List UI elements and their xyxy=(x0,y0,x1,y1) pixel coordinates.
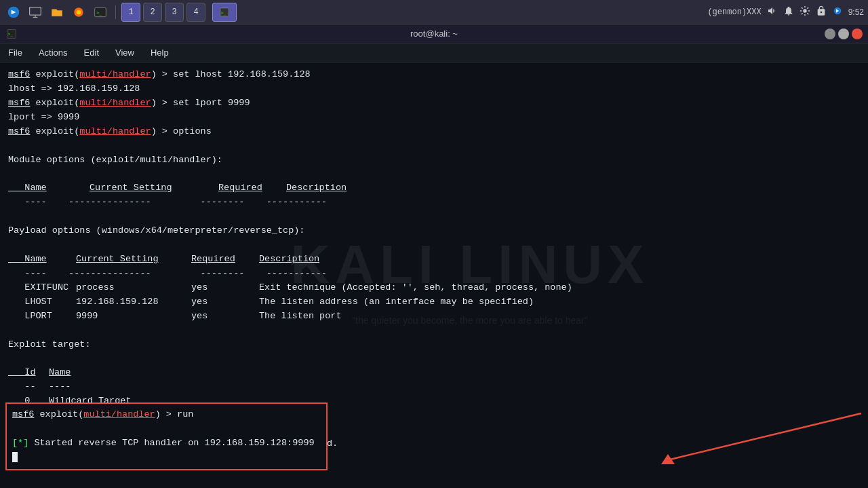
terminal-blank-hb xyxy=(12,422,321,436)
highlighted-terminal-box: msf6 exploit(multi/handler) > run [*] St… xyxy=(5,402,328,470)
filemanager-icon[interactable] xyxy=(47,3,66,22)
workspace-2-btn[interactable]: 2 xyxy=(143,3,162,22)
terminal-blank-2 xyxy=(8,167,860,181)
kali-app-icon[interactable] xyxy=(4,3,23,22)
terminal-table1-header: NameCurrent SettingRequiredDescription xyxy=(8,181,860,195)
terminal-table2-row3: LPORT9999yesThe listen port xyxy=(8,309,860,324)
terminal-line-2: lhost => 192.168.159.128 xyxy=(8,82,860,96)
terminal-payload-options: Payload options (windows/x64/meterpreter… xyxy=(8,224,860,238)
terminal-exploit-target: Exploit target: xyxy=(8,338,860,352)
window-icon: >_ xyxy=(5,28,18,40)
clock: 9:52 xyxy=(848,7,864,17)
window-controls xyxy=(825,29,863,39)
terminal-content[interactable]: KALI LINUX "the quieter you become, the … xyxy=(0,62,868,488)
terminal-blank-4 xyxy=(8,238,860,252)
brightness-icon[interactable] xyxy=(800,5,810,19)
workspace-3-btn[interactable]: 3 xyxy=(165,3,184,22)
title-bar: >_ root@kali: ~ xyxy=(0,24,868,43)
menu-file[interactable]: File xyxy=(5,46,25,59)
svg-rect-1 xyxy=(30,7,41,15)
handler-started-line: [*] Started reverse TCP handler on 192.1… xyxy=(12,436,321,451)
cursor-line xyxy=(12,451,321,465)
svg-text:>_: >_ xyxy=(221,10,226,15)
svg-text:>_: >_ xyxy=(8,32,14,37)
terminal-window: >_ root@kali: ~ File Actions Edit View H… xyxy=(0,24,868,488)
lock-icon[interactable] xyxy=(816,5,827,19)
terminal-table2-row1: EXITFUNCprocessyesExit technique (Accept… xyxy=(8,281,860,295)
bell-icon[interactable] xyxy=(783,5,794,19)
volume-icon[interactable] xyxy=(767,5,778,19)
terminal-blank-3 xyxy=(8,210,860,224)
terminal-line-1: msf6 exploit(multi/handler) > set lhost … xyxy=(8,68,860,82)
maximize-btn[interactable] xyxy=(838,29,849,39)
desktop-icon[interactable] xyxy=(26,3,45,22)
workspace-1-btn[interactable]: 1 xyxy=(121,3,140,22)
terminal-table3-header: IdName xyxy=(8,366,860,380)
taskbar-sep-1 xyxy=(115,5,116,19)
taskbar: >_ 1 2 3 4 >_ (genmon)XXX xyxy=(0,0,868,24)
terminal-table1-sep: ---- --------------- -------- ----------… xyxy=(8,195,860,210)
active-terminal-btn[interactable]: >_ xyxy=(212,3,237,22)
terminal-table2-sep: ---- --------------- -------- ----------… xyxy=(8,267,860,281)
kali-logo-icon[interactable] xyxy=(832,5,843,19)
workspace-4-btn[interactable]: 4 xyxy=(186,3,205,22)
firefox-icon[interactable] xyxy=(69,3,88,22)
menu-actions[interactable]: Actions xyxy=(36,46,71,59)
close-btn[interactable] xyxy=(852,29,863,39)
terminal-line-3: msf6 exploit(multi/handler) > set lport … xyxy=(8,96,860,111)
menu-edit[interactable]: Edit xyxy=(81,46,102,59)
menu-view[interactable]: View xyxy=(113,46,137,59)
terminal-table3-sep: ------ xyxy=(8,380,860,394)
genmon-text: (genmon)XXX xyxy=(707,7,761,17)
window-title: root@kali: ~ xyxy=(410,29,458,39)
terminal-taskbar-icon[interactable]: >_ xyxy=(91,3,110,22)
menu-bar: File Actions Edit View Help xyxy=(0,43,868,62)
terminal-blank-1 xyxy=(8,139,860,153)
terminal-table2-row2: LHOST192.168.159.128yesThe listen addres… xyxy=(8,295,860,309)
terminal-cursor xyxy=(12,452,18,462)
minimize-btn[interactable] xyxy=(825,29,835,39)
terminal-blank-11 xyxy=(8,480,860,488)
terminal-blank-5 xyxy=(8,324,860,338)
terminal-line-4: lport => 9999 xyxy=(8,111,860,125)
svg-text:>_: >_ xyxy=(96,10,102,15)
svg-point-5 xyxy=(77,10,81,14)
taskbar-right: (genmon)XXX xyxy=(707,5,864,19)
terminal-table2-header: NameCurrent SettingRequiredDescription xyxy=(8,252,860,267)
svg-point-10 xyxy=(803,9,806,12)
menu-help[interactable]: Help xyxy=(148,46,172,59)
terminal-blank-6 xyxy=(8,352,860,366)
run-cmd-line: msf6 exploit(multi/handler) > run xyxy=(12,408,321,422)
terminal-line-5: msf6 exploit(multi/handler) > options xyxy=(8,125,860,139)
terminal-module-options: Module options (exploit/multi/handler): xyxy=(8,153,860,168)
